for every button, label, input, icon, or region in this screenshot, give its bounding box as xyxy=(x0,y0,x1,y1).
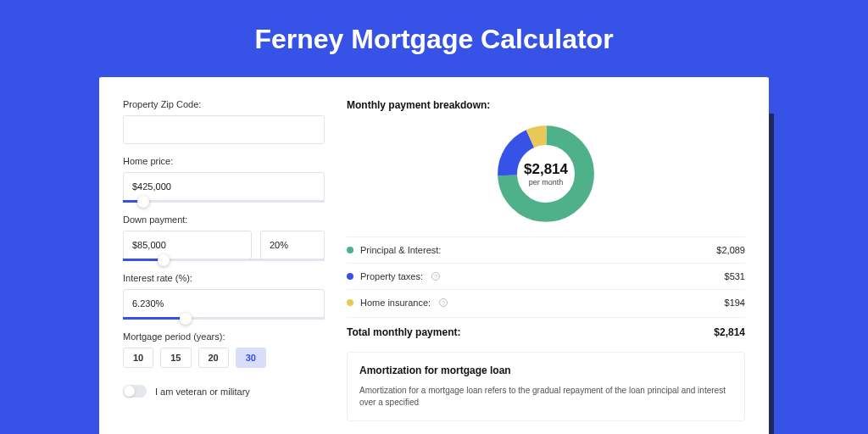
ins-value: $194 xyxy=(725,298,745,308)
down-percent-input[interactable]: 20% xyxy=(260,231,325,259)
total-row: Total monthly payment: $2,814 xyxy=(347,317,745,352)
info-icon[interactable]: ? xyxy=(439,298,448,307)
tax-value: $531 xyxy=(725,271,745,281)
down-pct-value: 20% xyxy=(270,240,288,250)
calculator-card: Property Zip Code: Home price: $425,000 … xyxy=(99,77,769,434)
price-field: Home price: $425,000 xyxy=(123,156,325,203)
down-slider[interactable] xyxy=(123,259,325,261)
veteran-label: I am veteran or military xyxy=(155,387,250,397)
breakdown-column: Monthly payment breakdown: $2,814 per mo… xyxy=(347,99,745,421)
rate-slider[interactable] xyxy=(123,317,325,320)
price-value: $425,000 xyxy=(132,181,171,192)
down-field: Down payment: $85,000 20% xyxy=(123,214,325,261)
ins-label: Home insurance: xyxy=(360,298,431,308)
donut-center: $2,814 per month xyxy=(524,161,568,186)
period-btn-15[interactable]: 15 xyxy=(160,348,191,368)
amort-title: Amortization for mortgage loan xyxy=(359,364,732,376)
total-label: Total monthly payment: xyxy=(347,326,460,338)
dot-tax xyxy=(347,273,353,280)
inputs-column: Property Zip Code: Home price: $425,000 … xyxy=(123,99,325,421)
down-value: $85,000 xyxy=(132,240,166,250)
zip-field: Property Zip Code: xyxy=(123,99,325,144)
side-panel-shadow xyxy=(769,114,774,434)
rate-slider-thumb[interactable] xyxy=(180,313,192,325)
veteran-row: I am veteran or military xyxy=(123,385,325,398)
price-slider[interactable] xyxy=(123,200,325,203)
donut-chart: $2,814 per month xyxy=(347,123,745,225)
price-input[interactable]: $425,000 xyxy=(123,172,325,201)
dot-ins xyxy=(347,299,353,306)
donut-amount: $2,814 xyxy=(524,161,568,178)
down-label: Down payment: xyxy=(123,214,325,225)
tax-label: Property taxes: xyxy=(360,271,423,281)
dot-pi xyxy=(347,247,353,253)
donut-sub: per month xyxy=(524,178,568,186)
breakdown-row-pi: Principal & Interest: $2,089 xyxy=(347,237,745,263)
down-slider-thumb[interactable] xyxy=(158,254,170,266)
rate-value: 6.230% xyxy=(132,298,164,309)
amortization-box: Amortization for mortgage loan Amortizat… xyxy=(347,352,745,421)
zip-input[interactable] xyxy=(123,115,325,144)
price-slider-thumb[interactable] xyxy=(137,196,149,208)
breakdown-row-tax: Property taxes: ? $531 xyxy=(347,264,745,289)
period-btn-10[interactable]: 10 xyxy=(123,348,153,368)
veteran-toggle[interactable] xyxy=(123,385,147,398)
page-title: Ferney Mortgage Calculator xyxy=(0,0,868,77)
zip-label: Property Zip Code: xyxy=(123,99,325,109)
period-buttons: 10 15 20 30 xyxy=(123,348,325,368)
period-label: Mortgage period (years): xyxy=(123,331,325,342)
rate-field: Interest rate (%): 6.230% xyxy=(123,273,325,320)
period-btn-20[interactable]: 20 xyxy=(198,348,229,368)
price-label: Home price: xyxy=(123,156,325,166)
down-amount-input[interactable]: $85,000 xyxy=(123,231,252,259)
breakdown-title: Monthly payment breakdown: xyxy=(347,99,745,111)
rate-label: Interest rate (%): xyxy=(123,273,325,283)
pi-label: Principal & Interest: xyxy=(360,245,441,255)
info-icon[interactable]: ? xyxy=(431,272,440,281)
breakdown-row-ins: Home insurance: ? $194 xyxy=(347,290,745,315)
total-value: $2,814 xyxy=(714,326,745,338)
rate-input[interactable]: 6.230% xyxy=(123,289,325,318)
period-field: Mortgage period (years): 10 15 20 30 xyxy=(123,331,325,368)
pi-value: $2,089 xyxy=(716,245,745,255)
period-btn-30[interactable]: 30 xyxy=(236,348,266,368)
amort-text: Amortization for a mortgage loan refers … xyxy=(359,385,732,409)
